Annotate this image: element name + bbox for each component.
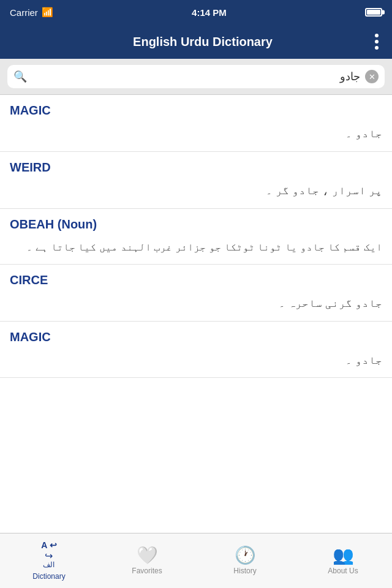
tab-history[interactable]: 🕐 History: [196, 533, 294, 588]
tab-favorites-label: Favorites: [132, 567, 162, 575]
search-input[interactable]: [32, 70, 360, 83]
entry-translation: ایک قسم کا جادو یا ٹونا ٹوٹکا جو جزائر غ…: [0, 235, 392, 264]
entry-word[interactable]: CIRCE: [0, 265, 392, 291]
entry-translation: جادو ۔: [0, 348, 392, 378]
entry-magic-2: MAGIC جادو ۔: [0, 322, 392, 379]
dictionary-content: MAGIC جادو ۔ WEIRD پر اسرار ، جادو گر ۔ …: [0, 95, 392, 536]
heart-icon: 🤍: [137, 547, 158, 564]
tab-about-label: About Us: [328, 567, 358, 575]
search-bar: 🔍 ✕: [0, 59, 392, 95]
tab-bar: A ↩ ↪ الف Dictionary 🤍 Favorites 🕐 Histo…: [0, 533, 392, 588]
dictionary-icon: A ↩ ↪ الف: [41, 541, 56, 569]
people-icon: 👥: [333, 547, 354, 564]
entry-word[interactable]: MAGIC: [0, 95, 392, 121]
search-clear-button[interactable]: ✕: [365, 70, 379, 83]
carrier-info: Carrier 📶: [10, 7, 53, 18]
entry-magic-1: MAGIC جادو ۔: [0, 95, 392, 152]
clock: 4:14 PM: [192, 7, 227, 18]
search-box[interactable]: 🔍 ✕: [7, 65, 385, 88]
entry-translation: پر اسرار ، جادو گر ۔: [0, 178, 392, 208]
menu-dot-1: [375, 34, 379, 37]
tab-dictionary-label: Dictionary: [32, 572, 65, 581]
entry-circe: CIRCE جادو گرنی ساحرہ ۔: [0, 265, 392, 322]
entry-obeah: OBEAH (Noun) ایک قسم کا جادو یا ٹونا ٹوٹ…: [0, 209, 392, 265]
status-bar: Carrier 📶 4:14 PM: [0, 0, 392, 24]
menu-dot-2: [375, 40, 379, 43]
tab-favorites[interactable]: 🤍 Favorites: [98, 533, 196, 588]
entry-word[interactable]: MAGIC: [0, 322, 392, 348]
entry-translation: جادو ۔: [0, 121, 392, 151]
tab-history-label: History: [233, 567, 256, 575]
entry-word[interactable]: WEIRD: [0, 152, 392, 178]
menu-button[interactable]: [371, 30, 382, 53]
app-title: English Urdu Dictionary: [34, 35, 371, 49]
battery-icon: [365, 8, 382, 17]
battery-area: [365, 8, 382, 17]
tab-about[interactable]: 👥 About Us: [294, 533, 392, 588]
carrier-label: Carrier: [10, 7, 38, 18]
clock-icon: 🕐: [235, 547, 256, 564]
menu-dot-3: [375, 46, 379, 50]
wifi-icon: 📶: [42, 7, 53, 18]
entry-translation: جادو گرنی ساحرہ ۔: [0, 291, 392, 321]
entry-word[interactable]: OBEAH (Noun): [0, 209, 392, 235]
entry-weird: WEIRD پر اسرار ، جادو گر ۔: [0, 152, 392, 209]
clear-icon: ✕: [369, 72, 375, 81]
tab-dictionary[interactable]: A ↩ ↪ الف Dictionary: [0, 533, 98, 588]
nav-header: English Urdu Dictionary: [0, 24, 392, 59]
search-icon: 🔍: [13, 70, 27, 83]
